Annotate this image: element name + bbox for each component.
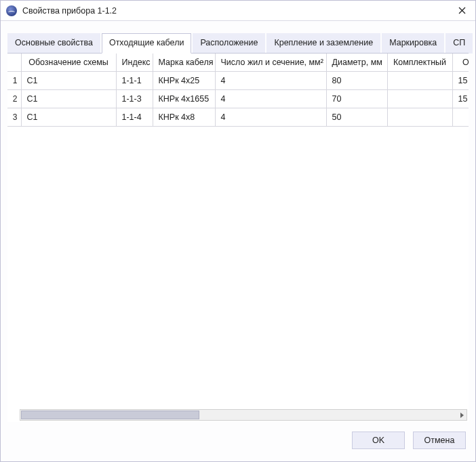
tab-bar: Основные свойства Отходящие кабели Распо…: [7, 33, 471, 54]
cell-scheme[interactable]: C1: [21, 90, 116, 108]
cell-ogr[interactable]: 15: [452, 72, 469, 90]
cell-cores[interactable]: 4: [215, 108, 326, 127]
tab-location[interactable]: Расположение: [193, 33, 265, 54]
tab-marking[interactable]: Маркировка: [382, 33, 444, 54]
tab-mount-ground[interactable]: Крепление и заземление: [266, 33, 380, 54]
row-number: 1: [7, 72, 21, 90]
cell-scheme[interactable]: C1: [21, 108, 116, 127]
cell-ogr[interactable]: [452, 108, 469, 127]
app-icon: [6, 5, 17, 16]
row-number: 2: [7, 90, 21, 108]
header-corner: [7, 54, 21, 72]
cell-scheme[interactable]: C1: [21, 72, 116, 90]
window-title: Свойства прибора 1-1.2: [22, 6, 454, 16]
cell-kit[interactable]: [387, 108, 452, 127]
header-scheme[interactable]: Обозначение схемы: [21, 54, 116, 72]
header-kit[interactable]: Комплектный: [387, 54, 452, 72]
grid-scroll: Обозначение схемы Индекс Марка кабеля Чи…: [7, 54, 469, 406]
header-cores[interactable]: Число жил и сечение, мм²: [215, 54, 326, 72]
cell-kit[interactable]: [387, 72, 452, 90]
cell-index[interactable]: 1-1-4: [116, 108, 153, 127]
titlebar: Свойства прибора 1-1.2: [1, 1, 475, 21]
cell-index[interactable]: 1-1-3: [116, 90, 153, 108]
tab-sp[interactable]: СП: [445, 33, 473, 54]
close-button[interactable]: [454, 3, 470, 19]
cancel-button[interactable]: Отмена: [413, 432, 466, 449]
header-diameter[interactable]: Диаметр, мм: [326, 54, 387, 72]
cell-kit[interactable]: [387, 90, 452, 108]
cell-diameter[interactable]: 50: [326, 108, 387, 127]
header-brand[interactable]: Марка кабеля: [153, 54, 215, 72]
cables-table[interactable]: Обозначение схемы Индекс Марка кабеля Чи…: [7, 54, 469, 127]
close-icon: [458, 7, 466, 14]
cell-index[interactable]: 1-1-1: [116, 72, 153, 90]
cell-cores[interactable]: 4: [215, 90, 326, 108]
cell-diameter[interactable]: 70: [326, 90, 387, 108]
horizontal-scrollbar[interactable]: [20, 409, 467, 421]
cell-diameter[interactable]: 80: [326, 72, 387, 90]
tab-outgoing-cables[interactable]: Отходящие кабели: [102, 33, 192, 54]
table-header-row: Обозначение схемы Индекс Марка кабеля Чи…: [7, 54, 469, 72]
ok-button[interactable]: OK: [352, 432, 405, 449]
header-ogr[interactable]: Огра: [452, 54, 469, 72]
cell-brand[interactable]: КНРк 4х25: [153, 72, 215, 90]
dialog-footer: OK Отмена: [1, 422, 475, 449]
cell-brand[interactable]: КНРк 4х8: [153, 108, 215, 127]
row-number: 3: [7, 108, 21, 127]
table-row[interactable]: 3 C1 1-1-4 КНРк 4х8 4 50: [7, 108, 469, 127]
tab-main-properties[interactable]: Основные свойства: [7, 33, 100, 54]
grid-panel: Обозначение схемы Индекс Марка кабеля Чи…: [7, 53, 469, 422]
cell-brand[interactable]: КНРк 4х1655: [153, 90, 215, 108]
table-row[interactable]: 2 C1 1-1-3 КНРк 4х1655 4 70 15: [7, 90, 469, 108]
cell-ogr[interactable]: 15: [452, 90, 469, 108]
scroll-right-icon[interactable]: [457, 411, 467, 419]
table-row[interactable]: 1 C1 1-1-1 КНРк 4х25 4 80 15: [7, 72, 469, 90]
scrollbar-thumb[interactable]: [21, 411, 199, 419]
cell-cores[interactable]: 4: [215, 72, 326, 90]
svg-marker-2: [460, 413, 464, 418]
header-index[interactable]: Индекс: [116, 54, 153, 72]
